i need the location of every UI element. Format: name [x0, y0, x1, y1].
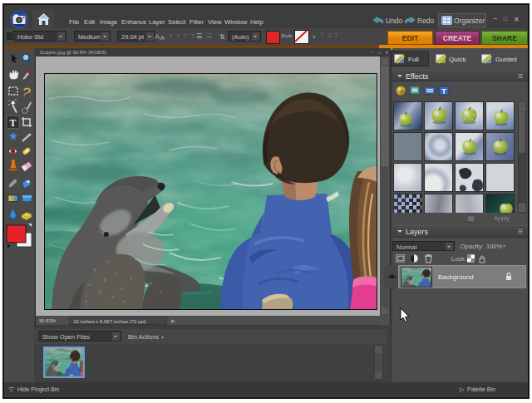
svg-text:T: T	[9, 117, 16, 129]
svg-text:Lock:: Lock:	[451, 255, 466, 263]
svg-text:T: T	[441, 87, 446, 96]
